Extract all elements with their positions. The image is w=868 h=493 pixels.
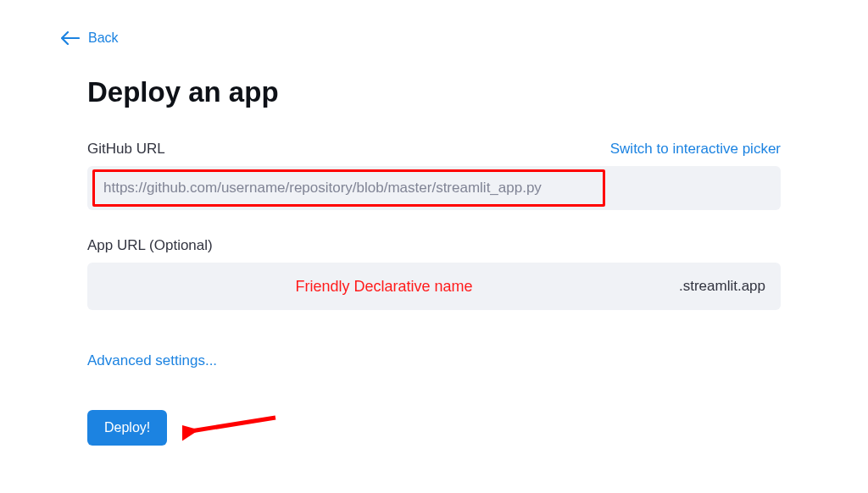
github-url-field-container [87, 166, 781, 210]
back-link[interactable]: Back [61, 30, 119, 46]
app-url-label: App URL (Optional) [87, 237, 213, 254]
arrow-left-icon [61, 31, 80, 45]
app-url-field-container: .streamlit.app [87, 263, 781, 310]
back-label: Back [88, 30, 119, 46]
pointer-arrow-icon [182, 411, 284, 445]
github-url-label: GitHub URL [87, 141, 165, 158]
app-url-suffix: .streamlit.app [665, 278, 765, 295]
highlight-annotation [92, 169, 605, 207]
deploy-button[interactable]: Deploy! [87, 410, 167, 446]
svg-line-0 [191, 418, 275, 431]
page-title: Deploy an app [87, 76, 781, 108]
switch-picker-link[interactable]: Switch to interactive picker [610, 141, 781, 158]
app-url-input[interactable] [103, 278, 665, 296]
github-url-input[interactable] [103, 180, 594, 197]
advanced-settings-link[interactable]: Advanced settings... [87, 352, 217, 369]
